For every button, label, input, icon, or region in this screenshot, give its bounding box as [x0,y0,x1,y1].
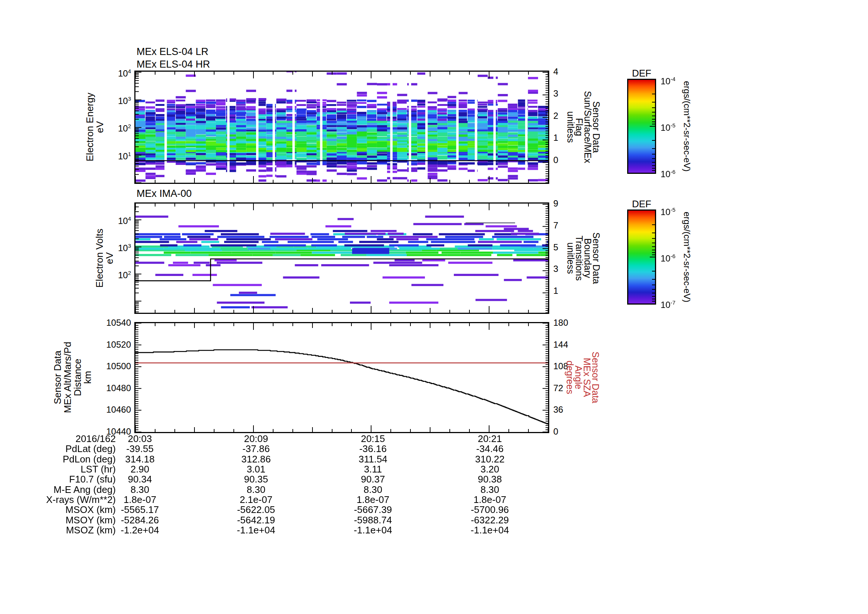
colorbar-tick-label: 10-7 [660,298,676,310]
table-cell: 90.34 [95,474,184,484]
table-cell: 2.90 [95,464,184,474]
table-cell: -6322.29 [445,515,535,525]
table-cell: 8.30 [445,485,535,495]
table-cell: 3.01 [212,464,301,474]
table-cell: 8.30 [329,485,417,495]
colorbar-tick-label: 10-6 [660,252,676,263]
table-cell: 314.18 [95,454,184,464]
table-cell: 1.8e-07 [329,495,417,505]
table-cell: -36.16 [329,444,417,454]
table-cell: -5642.19 [212,515,301,525]
table-cell: -5700.96 [445,505,535,515]
table-cell: 20:21 [445,434,535,444]
table-cell: -34.46 [445,444,535,454]
ephemeris-table: 2016/16220:0320:0920:1520:21PdLat (deg)-… [0,0,868,614]
table-cell: 2.1e-07 [212,495,301,505]
table-cell: -37.86 [212,444,301,454]
colorbar-tick-label: 10-6 [660,167,676,179]
colorbar-tick-label: 10-5 [660,205,676,217]
table-cell: -5988.74 [329,515,417,525]
table-cell: -5565.17 [95,505,184,515]
table-cell: 8.30 [212,485,301,495]
table-cell: 90.35 [212,474,301,484]
table-cell: 3.20 [445,464,535,474]
table-cell: 20:15 [329,434,417,444]
table-cell: -39.55 [95,444,184,454]
table-cell: 310.22 [445,454,535,464]
table-cell: 20:09 [212,434,301,444]
table-cell: 90.37 [329,474,417,484]
table-cell: -1.1e+04 [329,525,417,535]
table-cell: 312.86 [212,454,301,464]
table-cell: -1.1e+04 [445,525,535,535]
table-cell: 8.30 [95,485,184,495]
table-cell: -1.1e+04 [212,525,301,535]
colorbar-tick-label: 10-4 [660,74,676,86]
table-cell: 1.8e-07 [445,495,535,505]
mex-orbit-summary-figure: MEx ELS-04 LR MEx ELS-04 HR MEx IMA-00 1… [0,0,868,614]
table-cell: -5667.39 [329,505,417,515]
table-cell: 3.11 [329,464,417,474]
table-cell: 311.54 [329,454,417,464]
table-cell: -1.2e+04 [95,525,184,535]
table-cell: 90.38 [445,474,535,484]
colorbar-tick-label: 10-5 [660,121,676,133]
table-cell: 20:03 [95,434,184,444]
table-cell: 1.8e-07 [95,495,184,505]
table-cell: -5622.05 [212,505,301,515]
table-cell: -5284.26 [95,515,184,525]
